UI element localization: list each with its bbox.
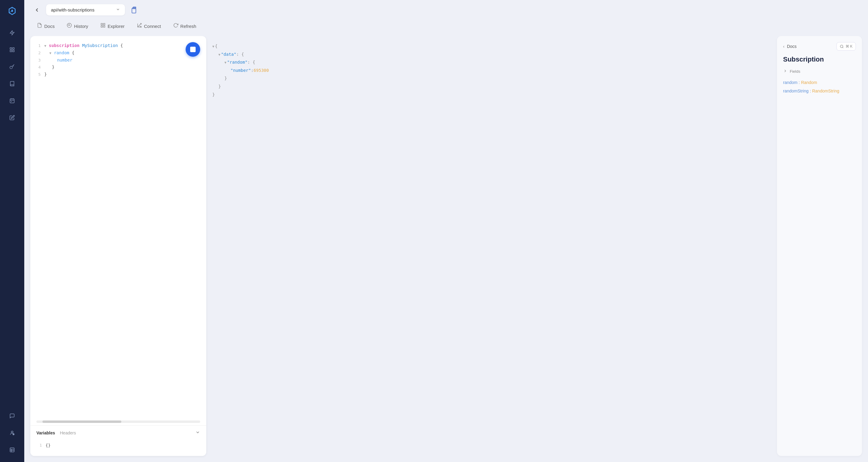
- variables-body: 1 {}: [36, 439, 200, 452]
- tab-history[interactable]: History: [61, 20, 94, 32]
- line-number-4: 4: [35, 64, 41, 71]
- json-value-number: 695300: [253, 66, 269, 74]
- arrow-icon: ▼: [44, 44, 46, 48]
- sidebar-item-user-settings[interactable]: [5, 426, 20, 440]
- code-line-5: 5 }: [35, 71, 202, 78]
- svg-rect-3: [10, 50, 11, 52]
- variables-section: Variables Headers 1 {}: [30, 425, 206, 456]
- back-button[interactable]: [32, 5, 42, 15]
- sidebar: [0, 0, 24, 462]
- scrollbar-thumb[interactable]: [42, 421, 121, 423]
- svg-rect-10: [11, 101, 12, 102]
- clipboard-button[interactable]: [129, 5, 140, 15]
- json-line-3: "number" : 695300: [212, 66, 769, 74]
- field-colon-random: :: [799, 80, 801, 85]
- json-key-number: "number": [230, 66, 251, 74]
- svg-rect-4: [13, 50, 14, 52]
- field-name-random: random: [783, 80, 797, 85]
- history-icon: [67, 23, 72, 29]
- json-line-6: }: [212, 91, 769, 99]
- json-line-2: ▼ "random" : {: [212, 58, 769, 66]
- svg-rect-15: [10, 448, 14, 452]
- svg-point-5: [10, 66, 12, 69]
- code-content-1: ▼ subscription MySubscription {: [44, 42, 123, 50]
- svg-rect-24: [101, 23, 102, 25]
- json-open-root: {: [215, 42, 217, 50]
- json-key-data: "data": [221, 50, 237, 59]
- open-brace-1: {: [120, 43, 123, 48]
- variables-chevron-icon[interactable]: [195, 430, 200, 436]
- code-line-4: 4 }: [35, 64, 202, 71]
- keyword-subscription: subscription: [49, 43, 80, 48]
- field-type-randomstring: RandomString: [812, 89, 839, 93]
- json-colon-1: : {: [236, 50, 244, 59]
- headers-tab[interactable]: Headers: [60, 430, 76, 435]
- docs-tab-label: Docs: [44, 24, 55, 29]
- docs-field-random[interactable]: random : Random: [783, 78, 856, 87]
- docs-search-button[interactable]: ⌘ K: [836, 42, 856, 51]
- docs-main-title: Subscription: [783, 56, 856, 63]
- sidebar-item-pencil[interactable]: [5, 110, 20, 125]
- json-arrow-2: ▼: [224, 60, 226, 66]
- sidebar-item-calendar[interactable]: [5, 93, 20, 108]
- url-bar[interactable]: api/with-subscriptions: [46, 4, 125, 15]
- code-content-5: }: [44, 71, 47, 78]
- code-content-4: }: [44, 64, 55, 71]
- close-brace-1: }: [44, 72, 47, 77]
- line-number-1: 1: [35, 42, 41, 49]
- line-number-3: 3: [35, 57, 41, 64]
- sidebar-item-grid[interactable]: [5, 42, 20, 57]
- sidebar-item-table[interactable]: [5, 442, 20, 457]
- docs-search-shortcut: ⌘ K: [845, 44, 852, 48]
- docs-panel-header: ‹ Docs ⌘ K: [783, 42, 856, 51]
- code-editor[interactable]: 1 ▼ subscription MySubscription { 2 ▼ ra…: [30, 36, 206, 418]
- svg-rect-26: [101, 26, 102, 27]
- connect-icon: [137, 23, 142, 29]
- json-colon-3: :: [251, 66, 253, 74]
- vars-content: {}: [45, 442, 51, 449]
- json-key-random: "random": [227, 58, 247, 66]
- json-arrow-0: ▼: [212, 44, 214, 50]
- variables-tab[interactable]: Variables: [36, 430, 55, 435]
- refresh-tab-label: Refresh: [181, 24, 196, 29]
- tab-refresh[interactable]: Refresh: [168, 20, 202, 32]
- sidebar-item-discord[interactable]: [5, 409, 20, 423]
- json-line-5: }: [212, 82, 769, 91]
- field-type-random: Random: [801, 80, 817, 85]
- run-stop-button[interactable]: [186, 42, 200, 57]
- svg-rect-2: [13, 47, 14, 49]
- explorer-tab-label: Explorer: [108, 24, 125, 29]
- docs-back-label: Docs: [787, 44, 834, 49]
- json-close-data: }: [218, 82, 221, 91]
- chevron-down-icon: [116, 7, 120, 12]
- stop-icon: [190, 47, 196, 52]
- docs-back-button[interactable]: ‹: [783, 44, 784, 49]
- svg-rect-25: [103, 23, 105, 25]
- output-panel: ▼ { ▼ "data" : { ▼ "random" : { "number"…: [206, 36, 775, 456]
- code-line-1: 1 ▼ subscription MySubscription {: [35, 42, 202, 50]
- sidebar-item-book[interactable]: [5, 76, 20, 91]
- code-line-2: 2 ▼ random {: [35, 50, 202, 57]
- nav-tabs: Docs History Explorer: [24, 20, 868, 36]
- logo[interactable]: [5, 5, 19, 18]
- arrow-icon-2: ▼: [50, 51, 52, 55]
- history-tab-label: History: [74, 24, 88, 29]
- tab-docs[interactable]: Docs: [32, 20, 60, 32]
- vars-line-num: 1: [36, 442, 42, 449]
- fields-bracket-icon: [783, 69, 787, 74]
- tab-connect[interactable]: Connect: [131, 20, 166, 32]
- horizontal-scrollbar[interactable]: [36, 421, 200, 423]
- subscription-name: MySubscription: [82, 43, 118, 48]
- sidebar-item-lightning[interactable]: [5, 26, 20, 40]
- refresh-icon: [173, 23, 178, 29]
- field-name-randomstring: randomString: [783, 89, 809, 93]
- code-line-3: 3 number: [35, 57, 202, 64]
- fields-label-text: Fields: [790, 69, 800, 74]
- field-random: random: [54, 50, 69, 55]
- code-content-2: ▼ random {: [44, 50, 74, 57]
- json-line-1: ▼ "data" : {: [212, 50, 769, 59]
- tab-explorer[interactable]: Explorer: [95, 20, 130, 32]
- docs-field-randomstring[interactable]: randomString : RandomString: [783, 87, 856, 95]
- line-number-5: 5: [35, 71, 41, 78]
- sidebar-item-key[interactable]: [5, 59, 20, 74]
